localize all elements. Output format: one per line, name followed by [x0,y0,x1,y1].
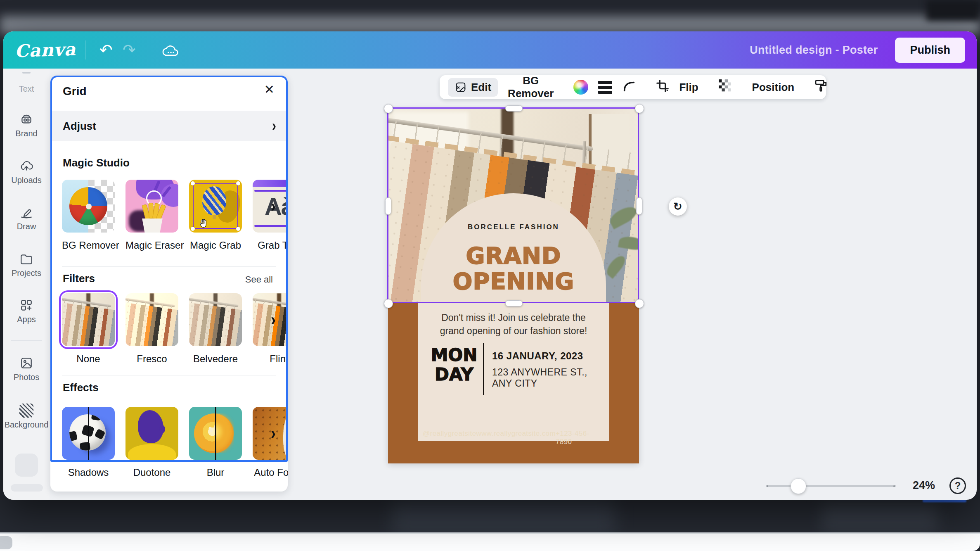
desktop-corner-shadow [926,0,980,21]
sidebar-item-projects[interactable]: Projects [3,252,50,278]
header-divider [150,40,150,59]
poster-date: 16 JANUARY, 2023 [492,350,583,362]
poster-lower-section: Don't miss it! Join us celebrate the gra… [388,303,639,463]
grab-hand-icon [197,218,210,229]
thumb-label: Shadows [62,467,115,478]
brand-icon [19,112,33,126]
effects-next-icon[interactable]: › [266,424,281,442]
chevron-right-icon: › [272,119,276,133]
filter-item-belvedere[interactable] [189,293,242,346]
thumb-label: Belvedere [189,353,242,365]
filter-item-none[interactable] [62,293,115,346]
magic-studio-item-magic-grab[interactable] [189,180,242,233]
edit-button[interactable]: Edit [448,78,498,97]
magic-studio-heading: Magic Studio [63,157,130,169]
sidebar-item-brand[interactable]: Brand [3,112,50,138]
selection-handle-top[interactable] [505,105,523,112]
rotate-handle[interactable]: ↻ [669,197,687,216]
zoom-slider-thumb[interactable] [791,478,806,494]
background-window-edge [923,499,966,502]
selection-handle-se[interactable] [635,299,644,308]
zoom-level-value: 24% [905,479,942,492]
edit-image-icon [454,81,467,93]
filter-item-fresco[interactable] [125,293,178,346]
filters-next-icon[interactable]: › [266,311,281,328]
selection-handle-dot [236,181,240,185]
thumb-label: Magic Grab [189,240,242,251]
poster-canvas[interactable]: BORCELLE FASHION GRAND OPENING Don't mis… [388,108,639,463]
thumb-label: Fresco [125,353,178,365]
paint-roller-icon[interactable] [814,79,828,96]
transparency-icon[interactable] [718,79,732,96]
poster-footer: @reallygreatsite www.reallygreatsite.com… [423,430,604,446]
sidebar-skeleton-label [11,484,43,492]
sidebar-item-photos[interactable]: Photos [3,356,50,382]
thumb-label: Auto Focus [253,467,288,478]
close-icon[interactable]: ✕ [262,83,277,96]
position-button[interactable]: Position [752,81,795,94]
poster-title-line2: OPENING [421,268,606,294]
sidebar-item-text[interactable]: Text [3,84,50,94]
split-line [215,407,216,460]
selection-handle-bottom[interactable] [505,300,523,306]
help-button[interactable]: ? [949,477,966,494]
crop-icon[interactable] [656,79,669,95]
selection-handle-dot [236,227,240,231]
selection-handle-ne[interactable] [635,104,644,113]
sidebar-item-label: Draw [3,222,50,231]
selection-handle-nw[interactable] [384,104,393,113]
sidebar-item-apps[interactable]: Apps [3,298,50,324]
selection-handle-dot [191,181,195,185]
poster-body-line1: Don't miss it! Join us celebrate the [418,312,609,323]
magic-studio-item-magic-eraser[interactable] [125,180,178,233]
sidebar-item-background[interactable]: Background [3,404,50,430]
corner-rounding-icon[interactable] [622,79,636,96]
poster-website: www.reallygreatsite.com [476,430,555,446]
sidebar-item-label: Uploads [3,176,50,185]
effect-item-duotone[interactable] [125,407,178,460]
canva-logo[interactable]: Canva [14,39,76,61]
panel-divider [62,266,276,267]
poster-brand-name: BORCELLE FASHION [421,223,606,231]
effects-heading: Effects [63,381,99,394]
color-wheel-icon[interactable] [573,80,588,95]
sidebar-item-label: Text [3,84,50,94]
selection-handle-left[interactable] [385,197,391,215]
text-underline [254,190,288,192]
adjust-row[interactable]: Adjust › [50,111,288,141]
thumb-label: Flint [253,353,288,365]
filters-see-all[interactable]: See all [243,274,275,285]
sidebar-item-draw[interactable]: Draw [3,205,50,231]
sidebar-item-uploads[interactable]: Uploads [3,159,50,185]
stroke-weight-icon[interactable] [598,81,612,94]
zoom-slider-track[interactable] [766,485,896,487]
desktop-background-blotch [821,503,937,532]
background-window-blob [0,536,12,549]
selection-handle-sw[interactable] [384,299,393,308]
edit-label: Edit [471,81,491,94]
undo-icon[interactable]: ↶ [95,38,118,62]
cloud-save-icon[interactable] [159,38,182,62]
sidebar-item-label: Apps [3,315,50,324]
poster-title-line1: GRAND [421,242,606,269]
slider-end-dot [767,485,768,487]
flip-button[interactable]: Flip [679,81,698,94]
redo-icon[interactable]: ↷ [118,38,141,62]
app-header: Canva ↶ ↷ Untitled design - Poster Publi… [3,31,977,69]
magic-studio-item-bg-remover[interactable] [62,180,115,233]
rainbow-wheel [573,80,588,95]
folder-icon [19,252,33,266]
magic-studio-next-icon[interactable]: › [266,197,281,215]
thumb-label: Grab Text [253,240,288,251]
document-title[interactable]: Untitled design - Poster [750,44,878,57]
publish-button[interactable]: Publish [895,38,965,63]
contextual-toolbar: Edit BG Remover Flip [440,75,826,99]
bg-remover-button[interactable]: BG Remover [508,74,554,100]
text-icon [22,72,31,74]
sidebar-skeleton-tile [15,454,38,477]
effect-item-shadows[interactable] [62,407,115,460]
split-line [88,407,89,460]
header-divider [85,40,85,59]
effect-item-blur[interactable] [189,407,242,460]
selection-handle-right[interactable] [636,197,642,215]
